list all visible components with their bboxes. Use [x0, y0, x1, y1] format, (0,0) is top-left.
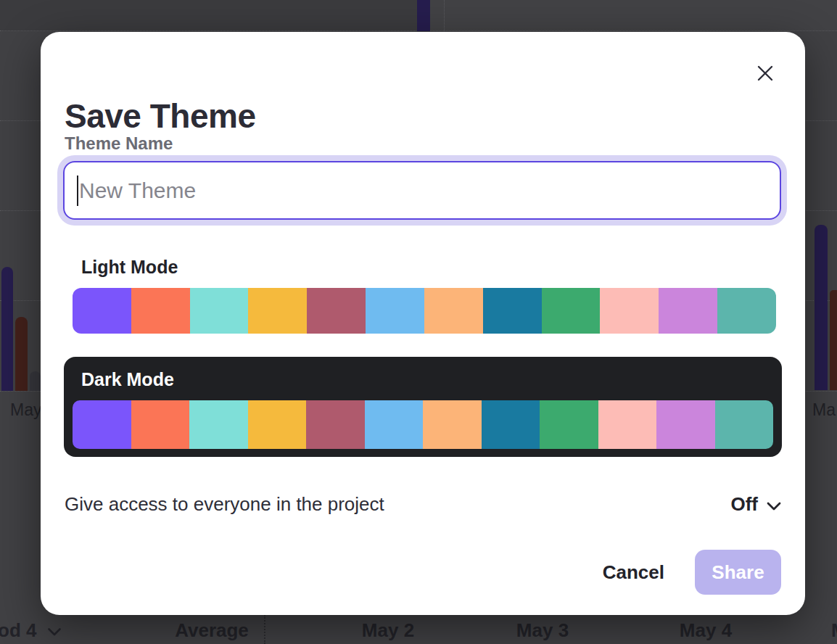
palette-swatch	[659, 288, 717, 334]
palette-swatch	[598, 400, 657, 449]
dark-mode-label: Dark Mode	[81, 369, 174, 390]
palette-swatch	[542, 288, 601, 334]
theme-name-input[interactable]	[63, 161, 781, 220]
chart-bar	[30, 371, 41, 391]
theme-name-label: Theme Name	[65, 133, 173, 154]
access-label: Give access to everyone in the project	[65, 493, 384, 516]
cancel-button[interactable]: Cancel	[603, 561, 664, 584]
palette-swatch	[423, 400, 482, 449]
axis-label: Average	[175, 619, 249, 642]
palette-swatch	[366, 288, 424, 334]
dark-mode-card: Dark Mode	[64, 357, 782, 457]
chevron-down-icon	[767, 502, 781, 511]
chart-bar	[15, 317, 28, 391]
palette-swatch	[307, 288, 366, 334]
chevron-down-icon	[48, 628, 61, 636]
palette-swatch	[306, 400, 365, 449]
palette-swatch	[482, 400, 540, 449]
close-button[interactable]	[750, 58, 780, 88]
palette-swatch	[600, 288, 659, 334]
light-mode-palette	[73, 288, 776, 334]
gridline	[444, 0, 445, 31]
palette-swatch	[365, 400, 424, 449]
chart-bar	[1, 267, 13, 391]
period-dropdown-label: od 4	[0, 619, 36, 642]
chart-bar	[815, 225, 828, 390]
palette-swatch	[73, 288, 131, 334]
close-icon	[756, 64, 775, 83]
dark-mode-palette	[73, 400, 773, 449]
share-button[interactable]: Share	[695, 550, 781, 595]
chart-bar	[417, 0, 430, 31]
palette-swatch	[131, 400, 190, 449]
axis-label: Ma	[812, 400, 836, 420]
save-theme-dialog: Save Theme Theme Name Light Mode Dark Mo…	[41, 32, 805, 615]
palette-swatch	[717, 288, 776, 334]
app-background: May Ma od 4 Average May 2 May 3 May 4 M …	[0, 0, 837, 644]
palette-swatch	[540, 400, 598, 449]
chart-bar	[830, 290, 837, 390]
palette-swatch	[73, 400, 131, 449]
access-dropdown[interactable]: Off	[730, 493, 781, 516]
palette-swatch	[190, 288, 249, 334]
background-panel	[430, 0, 837, 31]
axis-label: May 4	[680, 619, 732, 642]
palette-swatch	[656, 400, 715, 449]
palette-swatch	[715, 400, 774, 449]
theme-name-field-wrap	[63, 161, 781, 220]
palette-swatch	[189, 400, 248, 449]
palette-swatch	[131, 288, 190, 334]
axis-label: May	[10, 400, 41, 420]
palette-swatch	[424, 288, 483, 334]
dialog-actions: Cancel Share	[603, 550, 781, 595]
axis-separator	[264, 615, 265, 644]
access-row: Give access to everyone in the project O…	[65, 493, 781, 516]
palette-swatch	[248, 400, 307, 449]
period-dropdown[interactable]: od 4	[0, 619, 61, 642]
background-panel	[0, 0, 417, 31]
palette-swatch	[248, 288, 307, 334]
dialog-title: Save Theme	[65, 98, 255, 135]
light-mode-label: Light Mode	[81, 257, 178, 278]
palette-swatch	[483, 288, 542, 334]
axis-label: May 3	[516, 619, 569, 642]
text-caret	[77, 176, 78, 206]
axis-label: May 2	[362, 619, 414, 642]
axis-label: M	[831, 619, 837, 642]
access-dropdown-value: Off	[730, 493, 758, 516]
